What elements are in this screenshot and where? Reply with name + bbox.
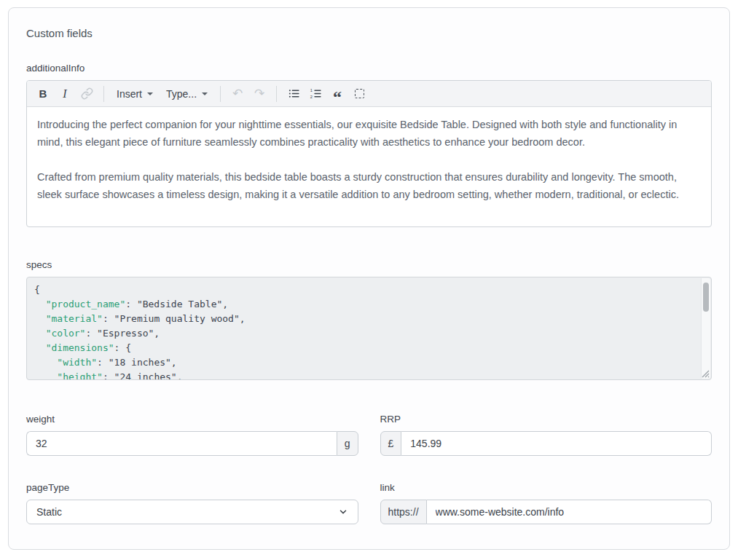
undo-icon: ↶: [232, 87, 243, 100]
specs-scrollbar: [701, 278, 710, 379]
specs-code-line: "material": "Premium quality wood",: [34, 312, 694, 326]
type-dropdown[interactable]: Type...: [160, 84, 213, 104]
specs-code-line: "width": "18 inches",: [34, 355, 694, 370]
rrp-input-group: £: [380, 431, 713, 456]
rrp-label: RRP: [380, 414, 713, 425]
svg-text:1: 1: [310, 88, 312, 92]
type-dropdown-label: Type...: [166, 88, 197, 100]
insert-dropdown-label: Insert: [117, 88, 142, 100]
additionalinfo-label: additionalInfo: [26, 63, 712, 74]
bold-button[interactable]: B: [33, 84, 53, 104]
link-label: link: [380, 482, 713, 493]
link-field: link https://: [380, 482, 713, 524]
bullet-list-icon: [288, 87, 300, 100]
toolbar-divider: [220, 86, 221, 102]
editor-paragraph: Introducing the perfect companion for yo…: [37, 116, 701, 151]
pagetype-link-row: pageType Static link https://: [26, 482, 712, 524]
specs-code-line: "height": "24 inches",: [34, 370, 694, 380]
svg-text:2: 2: [310, 95, 312, 99]
additionalinfo-field: additionalInfo B I Insert: [26, 63, 712, 227]
currency-addon: £: [380, 431, 402, 456]
chevron-down-icon: [338, 507, 348, 517]
resize-grip-icon[interactable]: [702, 370, 710, 378]
show-blocks-icon: [355, 89, 364, 98]
italic-button[interactable]: I: [55, 84, 75, 104]
insert-dropdown[interactable]: Insert: [111, 84, 159, 104]
numbered-list-button[interactable]: 1 2: [305, 84, 326, 104]
weight-input-group: g: [26, 431, 358, 456]
undo-button[interactable]: ↶: [227, 84, 248, 104]
scrollbar-thumb[interactable]: [703, 283, 709, 312]
rte-content[interactable]: Introducing the perfect companion for yo…: [27, 107, 711, 226]
rrp-input[interactable]: [401, 431, 712, 456]
pagetype-field: pageType Static: [26, 482, 358, 524]
specs-code-line: "color": "Espresso",: [34, 326, 694, 341]
rte-toolbar: B I Insert Type...: [27, 81, 711, 107]
specs-code-line: "dimensions": {: [34, 341, 694, 355]
card-title: Custom fields: [26, 27, 712, 39]
blocks-button[interactable]: [349, 84, 369, 104]
weight-field: weight g: [26, 414, 358, 456]
specs-label: specs: [26, 259, 712, 270]
specs-code-line: "product_name": "Bedside Table",: [34, 297, 694, 312]
weight-rrp-row: weight g RRP £: [26, 414, 712, 456]
link-button[interactable]: [76, 84, 97, 104]
pagetype-label: pageType: [26, 482, 358, 493]
specs-code: { "product_name": "Bedside Table", "mate…: [27, 277, 711, 380]
protocol-addon: https://: [380, 500, 427, 524]
rich-text-editor: B I Insert Type...: [26, 80, 712, 227]
redo-button[interactable]: ↷: [249, 84, 270, 104]
specs-code-line: {: [34, 283, 694, 297]
pagetype-selected-value: Static: [36, 506, 62, 518]
blockquote-icon: “: [333, 94, 342, 101]
blockquote-button[interactable]: “: [327, 84, 348, 104]
numbered-list-icon: 1 2: [310, 87, 322, 100]
specs-field: specs { "product_name": "Bedside Table",…: [26, 259, 712, 380]
toolbar-divider: [103, 86, 104, 102]
link-icon: [81, 87, 93, 100]
toolbar-divider: [276, 86, 277, 102]
chevron-down-icon: [202, 92, 208, 95]
redo-icon: ↷: [254, 87, 264, 100]
weight-label: weight: [26, 414, 358, 425]
chevron-down-icon: [147, 92, 153, 95]
editor-paragraph: Crafted from premium quality materials, …: [37, 168, 701, 203]
custom-fields-card: Custom fields additionalInfo B I Inse: [8, 7, 730, 550]
bullet-list-button[interactable]: [283, 84, 304, 104]
specs-textarea[interactable]: { "product_name": "Bedside Table", "mate…: [26, 277, 712, 380]
weight-input[interactable]: [26, 431, 337, 456]
weight-unit-addon: g: [337, 431, 358, 456]
link-input[interactable]: [427, 500, 712, 524]
link-input-group: https://: [380, 500, 713, 524]
pagetype-select[interactable]: Static: [26, 500, 358, 524]
rrp-field: RRP £: [380, 414, 713, 456]
